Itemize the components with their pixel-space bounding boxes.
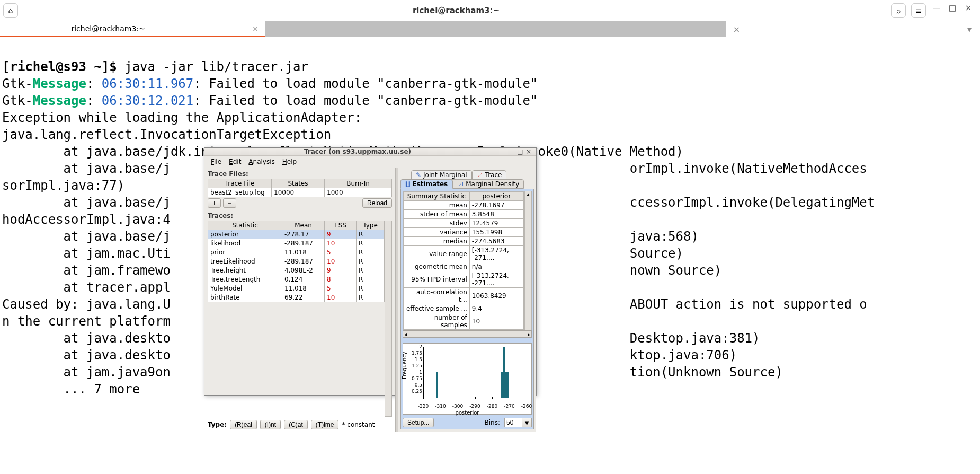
remove-file-button[interactable]: − <box>223 198 236 208</box>
tab-joint-marginal[interactable]: ✎Joint-Marginal <box>411 170 472 180</box>
minimize-button[interactable]: — <box>507 148 516 155</box>
tracer-title: Tracer (on s93.uppmax.uu.se) <box>208 148 507 155</box>
caused-by-line: ABOUT action is not supported o <box>630 297 867 312</box>
table-row[interactable]: likelihood-289.18710R <box>208 239 385 248</box>
tab-add-button[interactable]: × <box>726 21 747 37</box>
bins-input[interactable] <box>504 418 522 427</box>
stack-line: ccessorImpl.invoke(DelegatingMet <box>630 195 875 210</box>
stack-line: java:568) <box>630 229 699 244</box>
tracer-menubar: File Edit Analysis Help <box>204 156 536 168</box>
table-row[interactable]: geometric meann/a <box>404 262 524 271</box>
stack-line: hodAccessorImpl.java:4 <box>2 212 171 227</box>
th-burnin[interactable]: Burn-In <box>325 179 392 188</box>
tracer-left-panel: Trace Files: Trace File States Burn-In b… <box>204 168 395 432</box>
table-row[interactable]: median-274.5683 <box>404 237 524 246</box>
scrollbar-horizontal[interactable]: ◂▸ <box>403 330 532 338</box>
search-icon[interactable]: ⌕ <box>891 3 906 18</box>
th-type[interactable]: Type <box>357 221 385 230</box>
terminal-tab[interactable]: richel@rackham3:~ × <box>0 21 265 37</box>
x-axis-label: posterior <box>456 410 479 416</box>
tab-estimates[interactable]: ∐Estimates <box>400 179 452 189</box>
th-file[interactable]: Trace File <box>208 179 272 188</box>
stack-line: at java.deskto <box>2 331 171 346</box>
type-int-button[interactable]: (I)nt <box>260 420 281 429</box>
close-button[interactable]: × <box>524 148 533 155</box>
table-row[interactable]: prior11.0185R <box>208 248 385 257</box>
type-real-button[interactable]: (R)eal <box>230 420 257 429</box>
gtk-tail: : Failed to load module "canberra-gtk-mo… <box>193 93 538 108</box>
menu-file[interactable]: File <box>208 157 225 166</box>
menu-edit[interactable]: Edit <box>226 157 244 166</box>
exception-class: java.lang.reflect.InvocationTargetExcept… <box>2 127 331 142</box>
type-time-button[interactable]: (T)ime <box>311 420 339 429</box>
type-cat-button[interactable]: (C)at <box>284 420 308 429</box>
table-row[interactable]: beast2_setup.log 10000 1000 <box>208 188 392 197</box>
activities-icon[interactable]: ⌂ <box>3 3 18 18</box>
table-row[interactable]: number of samples10 <box>404 313 524 330</box>
cell-states[interactable]: 10000 <box>272 188 325 197</box>
stack-line: at tracer.appl <box>2 280 171 295</box>
th-states[interactable]: States <box>272 179 325 188</box>
table-row[interactable]: Tree.treeLength0.1248R <box>208 275 385 284</box>
tab-title: richel@rackham3:~ <box>6 24 210 33</box>
chart-bar <box>436 372 438 398</box>
tab-bar: richel@rackham3:~ × × ▾ <box>0 21 980 37</box>
command-text: java -jar lib/tracer.jar <box>124 59 308 74</box>
stack-line: at java.base/j <box>2 229 171 244</box>
stack-line: at jam.framewo <box>2 263 171 278</box>
tab-label: Marginal Density <box>466 180 519 188</box>
stack-line: Source) <box>630 246 683 261</box>
maximize-button[interactable]: □ <box>516 148 524 155</box>
table-row[interactable]: Tree.height4.098E-29R <box>208 266 385 275</box>
table-row[interactable]: stdev12.4579 <box>404 219 524 228</box>
gtk-message: Message <box>33 76 86 91</box>
table-row[interactable]: stderr of mean3.8548 <box>404 210 524 219</box>
table-row[interactable]: mean-278.1697 <box>404 201 524 210</box>
tracer-titlebar[interactable]: Tracer (on s93.uppmax.uu.se) — □ × <box>204 148 536 156</box>
stack-line: at jam.mac.Uti <box>2 246 171 261</box>
table-row[interactable]: posterior-278.179R <box>208 230 385 239</box>
bins-combo[interactable]: ▼ <box>504 418 532 427</box>
close-button[interactable]: × <box>963 3 974 18</box>
reload-button[interactable]: Reload <box>362 198 392 208</box>
hamburger-icon[interactable]: ≡ <box>911 3 926 18</box>
timestamp: 06:30:11.967 <box>102 76 193 91</box>
stack-line: Desktop.java:381) <box>630 331 760 346</box>
table-row[interactable]: auto-correlation t...1063.8429 <box>404 288 524 304</box>
th-ess[interactable]: ESS <box>325 221 357 230</box>
th-posterior[interactable]: posterior <box>469 192 523 201</box>
table-row[interactable]: variance155.1998 <box>404 228 524 237</box>
gtk-message: Message <box>33 93 86 108</box>
setup-button[interactable]: Setup... <box>403 418 434 427</box>
th-statistic[interactable]: Statistic <box>208 221 282 230</box>
th-summary[interactable]: Summary Statistic <box>404 192 470 201</box>
cell-file: beast2_setup.log <box>208 188 272 197</box>
scrollbar-vertical[interactable] <box>385 221 392 417</box>
frequency-chart: Frequency posterior 0.250.50.7511.251.51… <box>403 343 532 415</box>
trace-files-label: Trace Files: <box>208 170 392 178</box>
table-row[interactable]: effective sample ...9.4 <box>404 304 524 313</box>
close-icon[interactable]: × <box>252 24 259 33</box>
table-row[interactable]: 95% HPD interval[-313.2724, -271.... <box>404 271 524 288</box>
th-mean[interactable]: Mean <box>282 221 325 230</box>
tab-menu-button[interactable]: ▾ <box>959 21 980 37</box>
tab-label: Joint-Marginal <box>423 171 467 179</box>
stack-line: at java.deskto <box>2 348 171 363</box>
menu-help[interactable]: Help <box>279 157 300 166</box>
add-file-button[interactable]: + <box>208 198 221 208</box>
menu-analysis[interactable]: Analysis <box>245 157 278 166</box>
table-row[interactable]: birthRate69.2210R <box>208 293 385 302</box>
cell-burnin[interactable]: 1000 <box>325 188 392 197</box>
tab-trace[interactable]: ⟋Trace <box>472 170 507 180</box>
maximize-button[interactable]: □ <box>947 3 958 18</box>
chevron-down-icon[interactable]: ▼ <box>522 418 532 427</box>
table-row[interactable]: treeLikelihood-289.18710R <box>208 257 385 266</box>
table-row[interactable]: value range[-313.2724, -271.... <box>404 246 524 262</box>
tab-marginal-density[interactable]: ⩘Marginal Density <box>452 179 524 189</box>
minimize-button[interactable]: — <box>931 3 942 18</box>
scrollbar-vertical[interactable]: ▴ <box>524 191 532 330</box>
window-titlebar: ⌂ richel@rackham3:~ ⌕ ≡ — □ × <box>0 0 980 21</box>
stack-line: ktop.java:706) <box>630 348 737 363</box>
stack-line: nown Source) <box>630 263 721 278</box>
table-row[interactable]: YuleModel11.0185R <box>208 284 385 293</box>
